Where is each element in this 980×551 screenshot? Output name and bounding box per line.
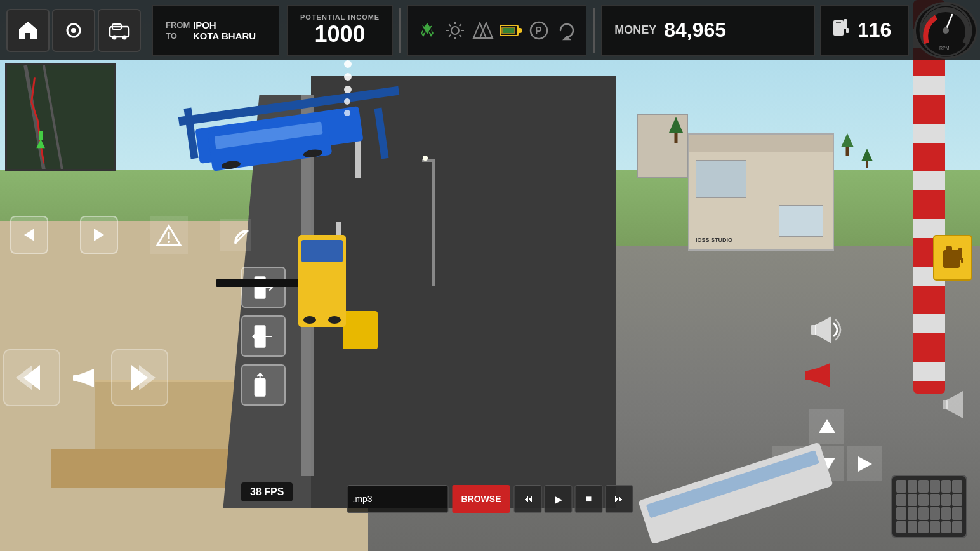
minimap-display <box>7 65 114 169</box>
steer-right-button[interactable] <box>111 349 168 406</box>
key-13[interactable] <box>896 507 906 520</box>
mp3-input[interactable] <box>347 485 449 513</box>
svg-rect-31 <box>39 131 43 140</box>
key-17[interactable] <box>941 507 951 520</box>
door-controls <box>241 267 286 406</box>
nav-up-button[interactable] <box>809 409 844 444</box>
forward-button[interactable] <box>80 216 118 254</box>
steering-controls <box>3 349 168 406</box>
small-arrows-row <box>10 216 251 254</box>
waypoint-dots <box>344 60 352 116</box>
key-19[interactable] <box>896 521 906 534</box>
nav-right-button[interactable] <box>847 446 882 481</box>
key-24[interactable] <box>952 521 962 534</box>
svg-rect-50 <box>811 325 816 335</box>
svg-rect-43 <box>73 375 78 381</box>
key-9[interactable] <box>918 494 929 507</box>
home-button[interactable] <box>6 9 50 52</box>
music-controls: ⏮ ▶ ■ ⏭ <box>514 485 633 513</box>
key-18[interactable] <box>952 507 962 520</box>
browse-button[interactable]: BROWSE <box>453 485 510 513</box>
svg-point-4 <box>112 35 117 39</box>
svg-rect-46 <box>943 250 960 268</box>
mute-button[interactable] <box>940 387 975 425</box>
key-21[interactable] <box>918 521 929 534</box>
svg-marker-45 <box>139 365 156 390</box>
hazard-warning-button[interactable] <box>150 216 188 254</box>
gas-can-button[interactable] <box>933 235 972 281</box>
speaker-button[interactable] <box>809 312 844 350</box>
key-20[interactable] <box>908 521 918 534</box>
svg-rect-52 <box>805 371 809 380</box>
red-pole <box>913 0 945 394</box>
horn-button[interactable] <box>63 355 108 400</box>
key-2[interactable] <box>908 480 918 493</box>
steer-left-button[interactable] <box>3 349 60 406</box>
next-track-button[interactable]: ⏭ <box>606 485 633 513</box>
tree-3 <box>862 143 872 168</box>
bus-yellow <box>298 235 346 327</box>
key-3[interactable] <box>918 480 929 493</box>
svg-point-1 <box>71 28 76 33</box>
key-23[interactable] <box>941 521 951 534</box>
svg-point-5 <box>122 35 127 39</box>
tree-2 <box>842 127 853 156</box>
svg-marker-56 <box>858 456 872 472</box>
svg-rect-49 <box>961 258 963 263</box>
prev-track-button[interactable]: ⏮ <box>514 485 542 513</box>
svg-point-36 <box>168 241 170 243</box>
door-open-up-button[interactable] <box>241 364 286 406</box>
key-1[interactable] <box>896 480 906 493</box>
vehicle-yellow-small <box>343 311 378 349</box>
key-10[interactable] <box>930 494 940 507</box>
accel-brake-controls <box>5 216 251 254</box>
key-8[interactable] <box>908 494 918 507</box>
building-main: IOSS STUDIO <box>688 133 834 251</box>
svg-rect-47 <box>946 246 952 251</box>
svg-rect-38 <box>255 277 265 298</box>
key-12[interactable] <box>952 494 962 507</box>
vehicle-button[interactable] <box>98 9 141 52</box>
lamp-post <box>432 159 435 286</box>
top-nav-buttons <box>0 9 147 52</box>
svg-rect-40 <box>255 379 265 396</box>
reverse-button[interactable] <box>10 216 48 254</box>
door-open-right-button[interactable] <box>241 267 286 308</box>
play-button[interactable]: ▶ <box>545 485 573 513</box>
key-5[interactable] <box>941 480 951 493</box>
svg-rect-39 <box>255 326 265 347</box>
key-6[interactable] <box>952 480 962 493</box>
key-16[interactable] <box>930 507 940 520</box>
red-horn-button[interactable] <box>804 359 840 394</box>
stop-button[interactable]: ■ <box>575 485 603 513</box>
music-player[interactable]: BROWSE ⏮ ▶ ■ ⏭ <box>347 485 633 513</box>
svg-marker-33 <box>94 229 104 241</box>
keyboard-grid[interactable] <box>891 475 967 538</box>
view-button[interactable] <box>52 9 95 52</box>
key-11[interactable] <box>941 494 951 507</box>
svg-rect-51 <box>943 400 948 409</box>
minimap[interactable] <box>5 63 116 171</box>
key-14[interactable] <box>908 507 918 520</box>
door-close-left-button[interactable] <box>241 315 286 357</box>
key-22[interactable] <box>930 521 940 534</box>
svg-marker-53 <box>819 419 835 433</box>
tree-1 <box>670 111 682 143</box>
svg-marker-42 <box>16 365 32 390</box>
svg-marker-32 <box>24 229 34 241</box>
key-4[interactable] <box>930 480 940 493</box>
wiper-button[interactable] <box>220 219 251 251</box>
key-7[interactable] <box>896 494 906 507</box>
svg-rect-3 <box>112 24 121 29</box>
key-15[interactable] <box>918 507 929 520</box>
